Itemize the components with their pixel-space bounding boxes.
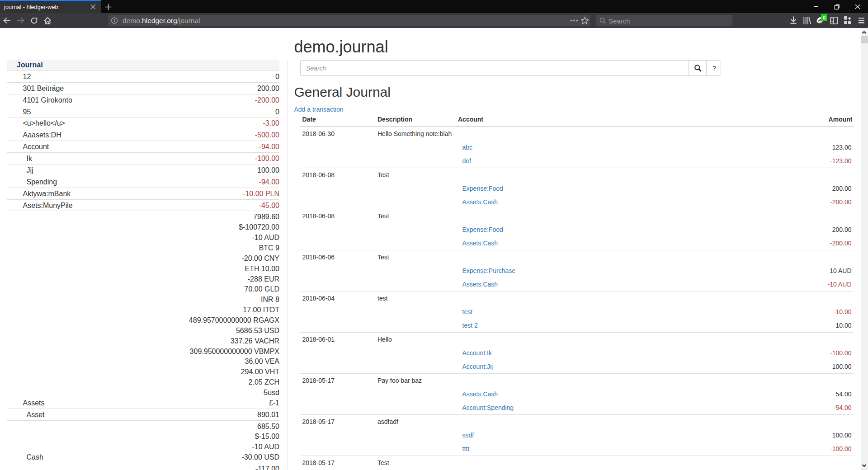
svg-text:0: 0 bbox=[823, 15, 826, 20]
